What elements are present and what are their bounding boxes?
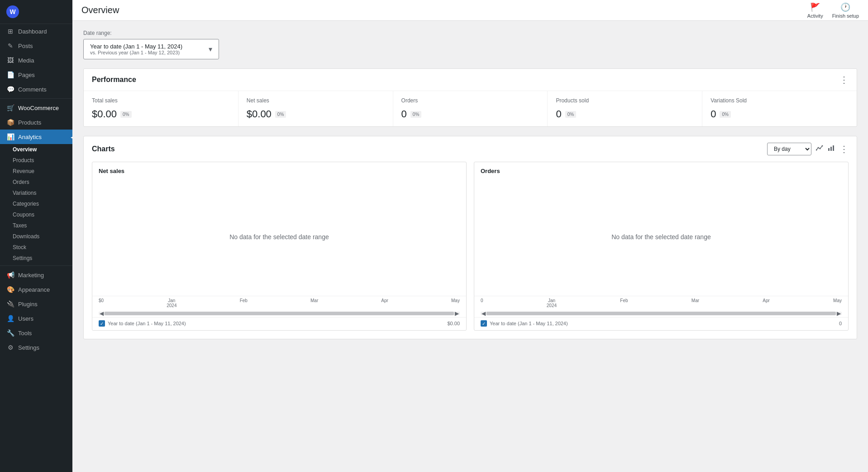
- activity-button[interactable]: 🚩 Activity: [807, 2, 823, 19]
- sidebar-item-analytics[interactable]: 📊 Analytics ◀: [0, 130, 72, 144]
- sidebar-item-media[interactable]: 🖼 Media: [0, 53, 72, 67]
- content-area: Date range: Year to date (Jan 1 - May 11…: [72, 21, 868, 472]
- xaxis-label: May: [451, 298, 460, 308]
- metrics-row: Total sales $0.00 0% Net sales $0.00 0% …: [84, 91, 857, 126]
- appearance-icon: 🎨: [6, 286, 14, 293]
- xaxis-label: $0: [99, 298, 104, 308]
- submenu-taxes[interactable]: Taxes: [0, 220, 72, 231]
- finish-setup-button[interactable]: 🕐 Finish setup: [832, 2, 859, 19]
- scroll-right-icon[interactable]: ▶: [836, 310, 842, 317]
- sidebar-item-appearance[interactable]: 🎨 Appearance: [0, 282, 72, 297]
- sidebar-item-comments[interactable]: 💬 Comments: [0, 82, 72, 96]
- submenu-settings[interactable]: Settings: [0, 253, 72, 264]
- performance-section: Performance ⋮ Total sales $0.00 0% Net s…: [83, 68, 857, 127]
- xaxis-label: Mar: [310, 298, 318, 308]
- scroll-left-icon[interactable]: ◀: [481, 310, 486, 317]
- xaxis-label: Apr: [381, 298, 388, 308]
- woocommerce-icon: 🛒: [6, 104, 14, 111]
- submenu-orders[interactable]: Orders: [0, 177, 72, 188]
- wordpress-logo: W: [6, 5, 19, 18]
- net-sales-no-data: No data for the selected date range: [229, 233, 329, 241]
- page-title: Overview: [81, 5, 119, 15]
- sidebar-item-users[interactable]: 👤 Users: [0, 311, 72, 326]
- xaxis-label: Feb: [240, 298, 248, 308]
- legend-label: Year to date (Jan 1 - May 11, 2024): [108, 321, 186, 326]
- activity-icon: 🚩: [810, 2, 820, 12]
- pages-icon: 📄: [6, 71, 14, 78]
- net-sales-chart-panel: Net sales No data for the selected date …: [92, 162, 467, 331]
- total-sales-label: Total sales: [92, 97, 230, 104]
- net-sales-label: Net sales: [247, 97, 385, 104]
- charts-menu-button[interactable]: ⋮: [839, 144, 849, 154]
- performance-title: Performance: [92, 76, 136, 84]
- users-icon: 👤: [6, 315, 14, 322]
- products-sold-label: Products sold: [556, 97, 694, 104]
- sidebar-item-plugins[interactable]: 🔌 Plugins: [0, 297, 72, 311]
- net-sales-value: $0.00: [247, 108, 272, 120]
- svg-rect-6: [833, 145, 834, 151]
- scroll-left-icon[interactable]: ◀: [99, 310, 105, 317]
- sidebar-item-dashboard[interactable]: ⊞ Dashboard: [0, 24, 72, 39]
- products-sold-badge: 0%: [565, 111, 576, 118]
- submenu-products[interactable]: Products: [0, 155, 72, 166]
- submenu-coupons[interactable]: Coupons: [0, 209, 72, 220]
- topbar: Overview 🚩 Activity 🕐 Finish setup: [72, 0, 868, 21]
- settings-sidebar-icon: ⚙: [6, 344, 14, 351]
- sidebar-logo[interactable]: W: [0, 0, 72, 24]
- date-range-sub: vs. Previous year (Jan 1 - May 12, 2023): [90, 50, 182, 55]
- chart-bar-view-button[interactable]: [828, 144, 835, 154]
- charts-grid: Net sales No data for the selected date …: [84, 162, 857, 339]
- orders-scrollbar[interactable]: ◀ ▶: [481, 312, 842, 315]
- charts-header: Charts By day By week By month By quarte…: [84, 136, 857, 162]
- legend-checkbox[interactable]: ✓: [481, 320, 487, 327]
- products-sold-value: 0: [556, 108, 561, 120]
- sidebar-item-settings[interactable]: ⚙ Settings: [0, 340, 72, 355]
- charts-period-select[interactable]: By day By week By month By quarter By ye…: [767, 143, 811, 155]
- analytics-submenu: Overview Products Revenue Orders Variati…: [0, 144, 72, 264]
- submenu-revenue[interactable]: Revenue: [0, 166, 72, 177]
- net-sales-xaxis: $0 Jan2024 Feb Mar Apr May: [92, 296, 466, 312]
- orders-badge: 0%: [410, 111, 421, 118]
- finish-setup-icon: 🕐: [840, 2, 850, 12]
- net-sales-chart-body: No data for the selected date range: [92, 178, 466, 296]
- performance-header: Performance ⋮: [84, 69, 857, 91]
- metric-products-sold: Products sold 0 0%: [548, 91, 702, 126]
- chart-line-view-button[interactable]: [816, 144, 823, 154]
- main-content: Overview 🚩 Activity 🕐 Finish setup Date …: [72, 0, 868, 472]
- svg-point-3: [822, 145, 823, 147]
- date-range-selector[interactable]: Year to date (Jan 1 - May 11, 2024) vs. …: [83, 39, 219, 59]
- net-sales-badge: 0%: [275, 111, 286, 118]
- orders-chart-title: Orders: [474, 162, 848, 178]
- plugins-icon: 🔌: [6, 300, 14, 308]
- submenu-stock[interactable]: Stock: [0, 242, 72, 253]
- sidebar-item-marketing[interactable]: 📢 Marketing: [0, 268, 72, 282]
- analytics-icon: 📊: [6, 133, 14, 140]
- legend-label: Year to date (Jan 1 - May 11, 2024): [490, 321, 568, 326]
- scroll-right-icon[interactable]: ▶: [454, 310, 460, 317]
- marketing-icon: 📢: [6, 271, 14, 279]
- submenu-categories[interactable]: Categories: [0, 198, 72, 209]
- xaxis-label: 0: [481, 298, 483, 308]
- sidebar-item-tools[interactable]: 🔧 Tools: [0, 326, 72, 340]
- sidebar-item-pages[interactable]: 📄 Pages: [0, 67, 72, 82]
- sidebar-item-products[interactable]: 📦 Products: [0, 115, 72, 130]
- orders-xaxis: 0 Jan2024 Feb Mar Apr May: [474, 296, 848, 312]
- charts-title: Charts: [92, 145, 115, 153]
- legend-value: $0.00: [447, 321, 460, 326]
- svg-point-1: [818, 147, 819, 149]
- net-sales-scrollbar[interactable]: ◀ ▶: [99, 312, 460, 315]
- products-icon: 📦: [6, 119, 14, 126]
- date-range-label: Date range:: [83, 30, 857, 36]
- total-sales-badge: 0%: [120, 111, 131, 118]
- xaxis-label: May: [833, 298, 842, 308]
- sidebar-item-woocommerce[interactable]: 🛒 WooCommerce: [0, 101, 72, 115]
- charts-controls: By day By week By month By quarter By ye…: [767, 143, 849, 155]
- svg-point-2: [820, 148, 821, 149]
- submenu-downloads[interactable]: Downloads: [0, 231, 72, 242]
- xaxis-label: Apr: [763, 298, 770, 308]
- performance-menu-button[interactable]: ⋮: [839, 75, 849, 84]
- sidebar-item-posts[interactable]: ✎ Posts: [0, 39, 72, 53]
- submenu-overview[interactable]: Overview: [0, 144, 72, 155]
- legend-checkbox[interactable]: ✓: [99, 320, 105, 327]
- submenu-variations[interactable]: Variations: [0, 188, 72, 198]
